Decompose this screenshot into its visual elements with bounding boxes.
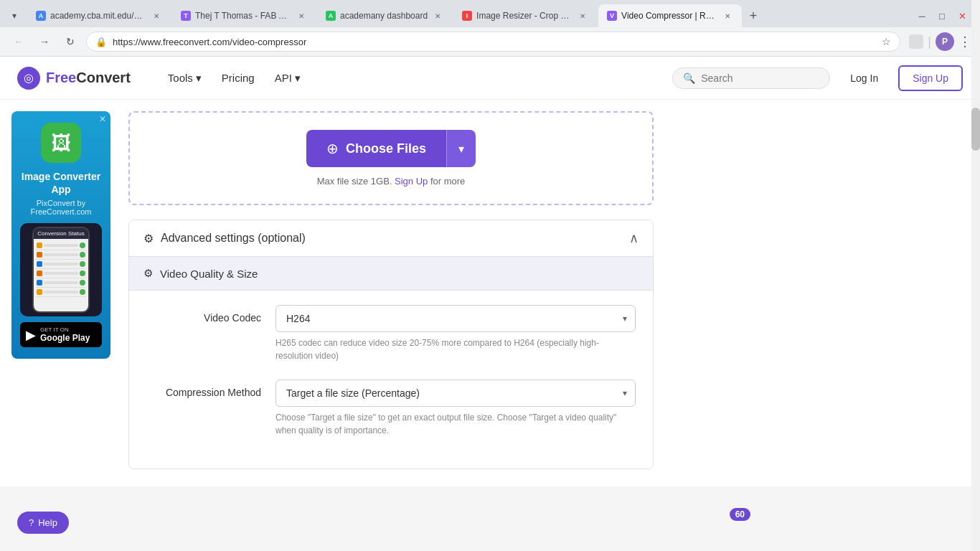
nav-pricing[interactable]: Pricing: [213, 66, 263, 90]
tab-list-btn[interactable]: ▾: [6, 7, 23, 24]
browser-tab-5[interactable]: V Video Compressor | Reduce... ✕: [598, 4, 742, 27]
main-content: ✕ 🖼 Image Converter App PixConvert by Fr…: [0, 100, 980, 486]
new-tab-button[interactable]: +: [743, 6, 763, 26]
vq-title: Video Quality & Size: [160, 268, 258, 280]
browser-tab-3[interactable]: A academany dashboard ✕: [317, 4, 452, 27]
profile-icon[interactable]: P: [936, 32, 954, 51]
extension-icon[interactable]: [909, 34, 923, 49]
tools-chevron-icon: ▾: [196, 72, 202, 85]
choose-files-dropdown-button[interactable]: ▾: [446, 130, 476, 167]
video-quality-section: ⚙ Video Quality & Size: [129, 257, 653, 291]
site-nav: ◎ FreeConvert Tools ▾ Pricing API ▾ 🔍 Lo…: [0, 57, 980, 100]
ad-title: Image Converter App: [20, 170, 102, 196]
video-codec-select-wrapper: H264 H265 VP9 AV1 ▾: [275, 305, 636, 332]
login-button[interactable]: Log In: [839, 67, 890, 90]
nav-links: Tools ▾ Pricing API ▾: [159, 66, 309, 90]
ad-subtitle: PixConvert by FreeConvert.com: [20, 199, 102, 216]
compression-method-select-wrapper: Target a file size (Percentage) Target a…: [275, 380, 636, 407]
tab-title-1: academy.cba.mit.edu/classe...: [50, 11, 146, 21]
choose-files-group: ⊕ Choose Files ▾: [306, 130, 476, 167]
vq-gear-icon: ⚙: [143, 267, 153, 280]
tab-title-3: academany dashboard: [340, 11, 428, 21]
settings-section: ⚙ Advanced settings (optional) ∧ ⚙ Video…: [128, 220, 654, 469]
compression-method-row: Compression Method Target a file size (P…: [146, 380, 636, 437]
ad-close-button[interactable]: ✕: [99, 114, 106, 124]
browser-tab-2[interactable]: T Thej T Thomas - FAB Acade... ✕: [172, 4, 316, 27]
address-bar: ← → ↻ 🔒 https://www.freeconvert.com/vide…: [0, 27, 980, 56]
ad-app-icon: 🖼: [41, 123, 81, 163]
search-bar[interactable]: 🔍: [672, 67, 830, 89]
settings-gear-icon: ⚙: [143, 232, 154, 245]
back-button[interactable]: ←: [9, 32, 29, 52]
menu-button[interactable]: ⋮: [958, 34, 971, 50]
nav-tools[interactable]: Tools ▾: [159, 66, 210, 90]
forward-button[interactable]: →: [34, 32, 55, 52]
scrollbar-track: [971, 0, 980, 486]
minimize-button[interactable]: ─: [913, 6, 931, 25]
google-play-text: GET IT ON Google Play: [40, 326, 90, 343]
choose-files-button[interactable]: ⊕ Choose Files: [306, 130, 446, 167]
content-area: ⊕ Choose Files ▾ Max file size 1GB. Sign…: [111, 100, 671, 486]
tab-title-4: Image Resizer - Crop & Res...: [476, 11, 573, 21]
tab-title-5: Video Compressor | Reduce...: [621, 11, 717, 21]
signup-button[interactable]: Sign Up: [898, 65, 963, 91]
ad-phone-mockup: Conversion Status: [20, 223, 102, 316]
logo-icon: ◎: [17, 67, 40, 90]
lock-icon: 🔒: [95, 37, 107, 47]
compression-method-control: Target a file size (Percentage) Target a…: [275, 380, 636, 437]
tab-favicon-4: I: [462, 11, 472, 21]
url-text: https://www.freeconvert.com/video-compre…: [113, 37, 876, 47]
google-play-button[interactable]: ▶ GET IT ON Google Play: [20, 322, 102, 347]
page: ◎ FreeConvert Tools ▾ Pricing API ▾ 🔍 Lo…: [0, 57, 980, 486]
compression-method-select[interactable]: Target a file size (Percentage) Target a…: [275, 380, 636, 407]
sidebar-ad: ✕ 🖼 Image Converter App PixConvert by Fr…: [0, 100, 111, 486]
settings-header-left: ⚙ Advanced settings (optional): [143, 232, 306, 245]
right-panel: [671, 100, 814, 486]
tab-title-2: Thej T Thomas - FAB Acade...: [195, 11, 291, 21]
upload-icon: ⊕: [326, 140, 339, 157]
nav-api[interactable]: API ▾: [266, 66, 309, 90]
tab-favicon-3: A: [326, 11, 336, 21]
video-codec-control: H264 H265 VP9 AV1 ▾ H265 codec can reduc…: [275, 305, 636, 362]
settings-collapse-icon: ∧: [629, 230, 639, 246]
scrollbar-thumb[interactable]: [971, 108, 980, 151]
video-codec-select[interactable]: H264 H265 VP9 AV1: [275, 305, 636, 332]
logo[interactable]: ◎ FreeConvert: [17, 67, 131, 90]
bookmark-icon[interactable]: ☆: [882, 36, 891, 47]
separator: |: [928, 34, 931, 50]
tab-close-4[interactable]: ✕: [577, 10, 588, 22]
upload-note: Max file size 1GB. Sign Up for more: [317, 176, 466, 187]
settings-title: Advanced settings (optional): [161, 232, 306, 245]
tab-close-5[interactable]: ✕: [722, 10, 733, 22]
upload-section: ⊕ Choose Files ▾ Max file size 1GB. Sign…: [128, 111, 654, 205]
tab-favicon-2: T: [181, 11, 191, 21]
logo-text: FreeConvert: [46, 70, 131, 86]
dropdown-arrow-icon: ▾: [458, 143, 464, 155]
ad-box: ✕ 🖼 Image Converter App PixConvert by Fr…: [11, 111, 110, 359]
api-chevron-icon: ▾: [295, 72, 301, 85]
browser-tab-1[interactable]: A academy.cba.mit.edu/classe... ✕: [27, 4, 171, 27]
close-button[interactable]: ✕: [953, 6, 971, 25]
form-area: Video Codec H264 H265 VP9 AV1 ▾: [129, 291, 653, 468]
phone-header: Conversion Status: [34, 228, 88, 239]
search-icon: 🔍: [683, 72, 695, 84]
browser-tab-4[interactable]: I Image Resizer - Crop & Res... ✕: [453, 4, 597, 27]
tab-favicon-1: A: [36, 11, 46, 21]
tab-close-1[interactable]: ✕: [151, 10, 162, 22]
search-input[interactable]: [701, 72, 826, 84]
google-play-icon: ▶: [26, 327, 36, 343]
tab-close-2[interactable]: ✕: [296, 10, 307, 22]
settings-header[interactable]: ⚙ Advanced settings (optional) ∧: [129, 220, 653, 257]
nav-actions: Log In Sign Up: [839, 65, 963, 91]
phone-screen: [34, 239, 88, 311]
url-bar[interactable]: 🔒 https://www.freeconvert.com/video-comp…: [86, 32, 900, 52]
signup-link[interactable]: Sign Up: [395, 176, 428, 187]
tab-favicon-5: V: [607, 11, 617, 21]
compression-method-help: Choose "Target a file size" to get an ex…: [275, 411, 636, 437]
tab-close-3[interactable]: ✕: [432, 10, 443, 22]
reload-button[interactable]: ↻: [60, 32, 80, 52]
video-codec-row: Video Codec H264 H265 VP9 AV1 ▾: [146, 305, 636, 362]
maximize-button[interactable]: □: [933, 6, 951, 25]
compression-method-label: Compression Method: [146, 380, 261, 398]
extensions-area: | P ⋮: [909, 32, 971, 51]
